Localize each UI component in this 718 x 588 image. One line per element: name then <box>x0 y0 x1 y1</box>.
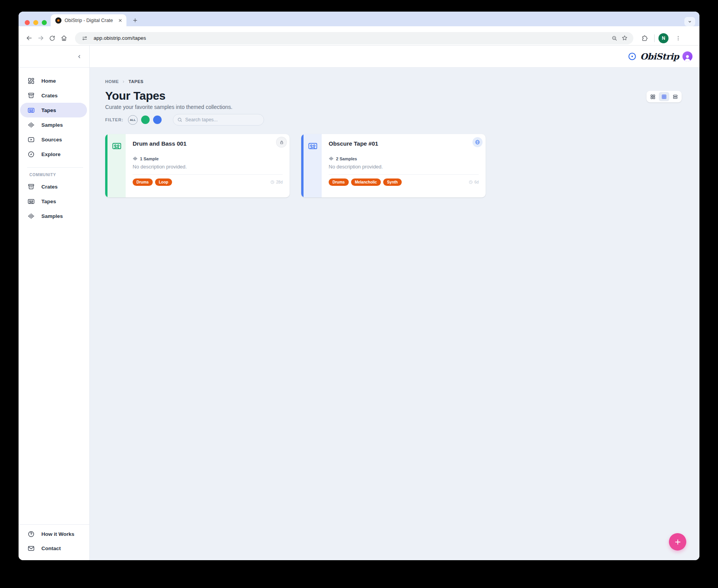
plus-icon <box>674 538 682 546</box>
brand-logo[interactable]: ObiStrip <box>640 51 679 61</box>
list-view-icon[interactable] <box>670 92 680 101</box>
tag-list: Drums Loop <box>133 178 270 186</box>
site-favicon-icon <box>55 17 61 24</box>
sidebar-item-label: Sources <box>41 137 62 143</box>
sidebar-item-community-tapes[interactable]: Tapes <box>19 194 87 209</box>
updated-age: 6d <box>469 180 479 184</box>
bookmark-star-icon[interactable] <box>619 33 629 43</box>
site-settings-icon[interactable] <box>80 33 90 43</box>
tape-title: Obscure Tape #01 <box>329 140 479 147</box>
search-icon <box>177 117 182 122</box>
sidebar-header <box>19 46 89 68</box>
visibility-globe-button[interactable] <box>472 137 483 147</box>
sample-count-label: 2 Samples <box>336 156 357 161</box>
sidebar-nav: Home Crates Tapes Samples Sources <box>19 68 89 524</box>
page-title: Your Tapes <box>105 88 682 103</box>
breadcrumb-home-link[interactable]: HOME <box>105 79 119 84</box>
filter-bar: FILTER: ALL <box>105 114 682 126</box>
new-tab-button[interactable] <box>130 15 140 25</box>
sidebar-item-tapes[interactable]: Tapes <box>20 103 87 117</box>
cassette-icon <box>27 197 35 205</box>
url-text[interactable]: app.obistrip.com/tapes <box>94 35 609 41</box>
tab-title: ObiStrip - Digital Crate Digge <box>65 18 114 23</box>
zoom-indicator-icon[interactable] <box>609 33 619 43</box>
tab-search-chevron-button[interactable] <box>684 17 695 26</box>
play-box-icon <box>27 136 35 143</box>
sidebar-item-sources[interactable]: Sources <box>19 132 87 147</box>
sidebar-item-community-samples[interactable]: Samples <box>19 209 87 223</box>
waveform-icon <box>133 156 138 161</box>
waveform-icon <box>27 121 35 129</box>
dashboard-icon <box>27 77 35 85</box>
sidebar-item-crates[interactable]: Crates <box>19 88 87 103</box>
tape-card[interactable]: Obscure Tape #01 2 Samples No descriptio… <box>301 134 486 197</box>
filter-all-chip[interactable]: ALL <box>128 115 138 125</box>
filter-blue-dot[interactable] <box>153 116 162 124</box>
compass-icon <box>27 150 35 158</box>
visibility-lock-button[interactable] <box>276 137 287 147</box>
create-tape-button[interactable] <box>669 533 686 551</box>
updated-age-label: 6d <box>474 180 479 184</box>
card-body: Obscure Tape #01 2 Samples No descriptio… <box>322 134 486 197</box>
sidebar: Home Crates Tapes Samples Sources <box>19 46 90 560</box>
page-content: HOME TAPES Your Tapes Curate your favori… <box>90 68 699 560</box>
waveform-icon <box>329 156 334 161</box>
search-input[interactable] <box>185 117 260 122</box>
search-box <box>173 114 264 126</box>
sidebar-item-label: Crates <box>41 93 58 99</box>
sidebar-item-contact[interactable]: Contact <box>19 541 87 556</box>
user-avatar[interactable] <box>682 51 692 61</box>
disc-logo-icon <box>628 52 637 61</box>
card-divider <box>133 174 283 175</box>
sidebar-item-samples[interactable]: Samples <box>19 117 87 132</box>
close-window-button[interactable] <box>25 20 30 25</box>
tag-pill: Drums <box>329 178 349 186</box>
sidebar-footer: How it Works Contact <box>19 524 89 560</box>
grid-view-icon[interactable] <box>659 92 669 101</box>
browser-window: ObiStrip - Digital Crate Digge <box>19 12 699 560</box>
card-icon-panel <box>107 134 126 197</box>
page-subtitle: Curate your favorite samples into themed… <box>105 104 682 110</box>
breadcrumb-current: TAPES <box>128 79 143 84</box>
fullscreen-window-button[interactable] <box>42 20 47 25</box>
app-header: ObiStrip <box>90 46 699 68</box>
toolbar-right-cluster: N <box>639 32 684 44</box>
updated-age: 28d <box>270 180 283 184</box>
back-button[interactable] <box>23 32 35 44</box>
breadcrumb: HOME TAPES <box>105 79 682 84</box>
tag-pill: Drums <box>133 178 153 186</box>
grid-small-view-icon[interactable] <box>648 92 658 101</box>
sidebar-item-label: Samples <box>41 213 63 219</box>
help-circle-icon <box>27 530 35 538</box>
tag-pill: Loop <box>155 178 172 186</box>
home-button[interactable] <box>58 32 70 44</box>
forward-button[interactable] <box>35 32 46 44</box>
extensions-icon[interactable] <box>639 32 650 44</box>
community-section-label: COMMUNITY <box>29 173 89 177</box>
minimize-window-button[interactable] <box>33 20 38 25</box>
sidebar-item-community-crates[interactable]: Crates <box>19 179 87 194</box>
tab-close-icon[interactable] <box>117 17 123 24</box>
sample-count-label: 1 Sample <box>140 156 159 161</box>
browser-profile-avatar[interactable]: N <box>658 33 669 43</box>
browser-tab[interactable]: ObiStrip - Digital Crate Digge <box>51 14 126 26</box>
tape-description: No description provided. <box>329 164 479 170</box>
card-divider <box>329 174 479 175</box>
card-footer: Drums Loop 28d <box>133 178 283 186</box>
sidebar-item-how-it-works[interactable]: How it Works <box>19 527 87 541</box>
sidebar-item-explore[interactable]: Explore <box>19 147 87 161</box>
cassette-icon <box>112 141 122 151</box>
reload-button[interactable] <box>46 32 58 44</box>
tape-title: Drum and Bass 001 <box>133 140 283 147</box>
sidebar-collapse-button[interactable] <box>75 52 84 61</box>
browser-menu-icon[interactable] <box>672 32 684 44</box>
sidebar-item-label: Explore <box>41 151 61 157</box>
tape-card[interactable]: Drum and Bass 001 1 Sample No descriptio… <box>105 134 290 197</box>
sidebar-item-home[interactable]: Home <box>19 73 87 88</box>
browser-toolbar: app.obistrip.com/tapes N <box>19 26 699 46</box>
crate-icon <box>27 183 35 190</box>
cassette-icon <box>308 141 318 151</box>
filter-green-dot[interactable] <box>141 116 150 124</box>
url-bar[interactable]: app.obistrip.com/tapes <box>75 32 633 44</box>
toolbar-divider <box>654 34 655 42</box>
